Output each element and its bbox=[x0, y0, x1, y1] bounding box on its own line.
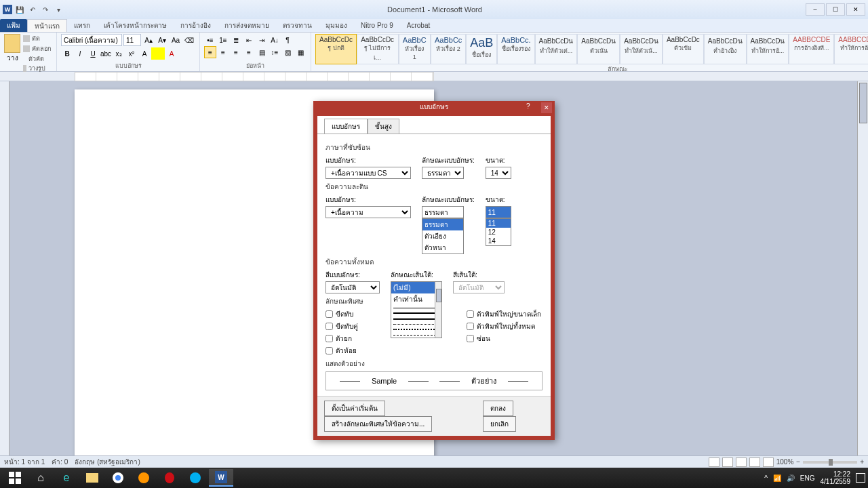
shading-button[interactable]: ▨ bbox=[281, 46, 294, 58]
subscript-button[interactable]: x₂ bbox=[113, 47, 125, 60]
font-name-combo[interactable] bbox=[61, 34, 122, 46]
check-smallcaps[interactable]: ตัวพิมพ์ใหญ่ขนาดเล็ก bbox=[467, 309, 541, 319]
tray-network-icon[interactable]: 📶 bbox=[773, 474, 781, 482]
text-effects-button[interactable]: สร้างลักษณะพิเศษให้ข้อความ... bbox=[324, 416, 432, 432]
size-opt-11[interactable]: 11 bbox=[486, 219, 511, 228]
zoom-in-button[interactable]: + bbox=[860, 458, 864, 466]
underline-opt-thick[interactable] bbox=[391, 310, 441, 316]
style-item[interactable]: AaBbCcDนตัวเน้น bbox=[577, 34, 620, 64]
style-item[interactable]: AABBCCDEการอ้างอิงที... bbox=[789, 34, 834, 64]
change-case-button[interactable]: Aa bbox=[170, 34, 182, 46]
skype-icon[interactable] bbox=[183, 469, 208, 487]
clear-format-button[interactable]: ⌫ bbox=[183, 34, 195, 46]
style-item[interactable]: AaBbCหัวเรื่อง 1 bbox=[399, 34, 431, 64]
tray-notifications-icon[interactable] bbox=[856, 473, 865, 483]
tab-acrobat[interactable]: Acrobat bbox=[400, 19, 437, 32]
underline-opt-double[interactable] bbox=[391, 316, 441, 321]
status-words[interactable]: คำ: 0 bbox=[52, 457, 68, 467]
line-spacing-button[interactable]: ↕≡ bbox=[269, 46, 281, 58]
styles-gallery[interactable]: AaBbCcDc¶ ปกติAaBbCcDc¶ ไม่มีการเ...AaBb… bbox=[315, 34, 868, 64]
align-center-button[interactable]: ≡ bbox=[217, 46, 229, 58]
distributed-button[interactable]: ▤ bbox=[256, 46, 268, 58]
zoom-out-button[interactable]: − bbox=[796, 458, 800, 466]
style-item[interactable]: AaBbCcDนทำให้ตัวเด่... bbox=[535, 34, 578, 64]
underline-opt-dotted[interactable] bbox=[391, 321, 441, 327]
cancel-button[interactable]: ยกเลิก bbox=[483, 416, 516, 432]
check-double-strike[interactable]: ขีดทับคู่ bbox=[326, 321, 358, 331]
status-language[interactable]: อังกฤษ (สหรัฐอเมริกา) bbox=[75, 457, 140, 467]
zoom-thumb[interactable] bbox=[829, 459, 833, 466]
text-effects-button[interactable]: A bbox=[138, 47, 151, 60]
check-strike[interactable]: ขีดทับ bbox=[326, 309, 358, 319]
numbering-button[interactable]: 1≡ bbox=[217, 34, 229, 46]
shrink-font-button[interactable]: A▾ bbox=[156, 34, 168, 46]
bold-button[interactable]: B bbox=[61, 47, 73, 60]
maximize-button[interactable]: ☐ bbox=[826, 3, 845, 16]
style-item[interactable]: AaBbCc.ชื่อเรื่องรอง bbox=[497, 34, 534, 64]
copy-button[interactable]: คัดลอก bbox=[23, 44, 52, 54]
tab-home[interactable]: หน้าแรก bbox=[27, 19, 67, 32]
style-item[interactable]: AaBbCcDนคำอ้างอิง bbox=[704, 34, 747, 64]
vertical-scrollbar[interactable] bbox=[857, 81, 868, 470]
ok-button[interactable]: ตกลง bbox=[483, 401, 513, 416]
dialog-close-button[interactable]: ✕ bbox=[541, 102, 552, 113]
horizontal-ruler[interactable] bbox=[75, 72, 434, 81]
grow-font-button[interactable]: A▴ bbox=[142, 34, 155, 46]
sort-button[interactable]: A↓ bbox=[269, 34, 281, 46]
underline-dropdown-list[interactable]: (ไม่มี) คำเท่านั้น bbox=[391, 281, 442, 338]
underline-opt-single[interactable] bbox=[391, 305, 441, 310]
font-color-combo[interactable]: อัตโนมัติ bbox=[326, 281, 380, 293]
style-item[interactable]: AaBชื่อเรื่อง bbox=[466, 34, 497, 64]
qat-redo-icon[interactable]: ↷ bbox=[40, 4, 51, 15]
tab-references[interactable]: การอ้างอิง bbox=[174, 19, 218, 32]
style-item[interactable]: AaBbCcDcตัวเข้ม bbox=[663, 34, 704, 64]
tray-up-icon[interactable]: ^ bbox=[764, 474, 768, 482]
view-outline[interactable] bbox=[749, 458, 760, 467]
word-taskbar-icon[interactable]: W bbox=[209, 469, 233, 487]
style-opt-regular[interactable]: ธรรมดา bbox=[422, 219, 463, 230]
tab-nitro[interactable]: Nitro Pro 9 bbox=[354, 19, 400, 32]
tray-volume-icon[interactable]: 🔊 bbox=[787, 474, 795, 482]
latin-style-list[interactable]: ธรรมดา ตัวเอียง ตัวหนา bbox=[422, 218, 464, 254]
check-subscript[interactable]: ตัวห้อย bbox=[326, 346, 358, 356]
style-item[interactable]: AaBbCcDนทำให้การอ้... bbox=[747, 34, 789, 64]
underline-opt-dotted-thick[interactable] bbox=[391, 327, 441, 332]
dialog-titlebar[interactable]: แบบอักษร ? ✕ bbox=[313, 101, 555, 116]
underline-button[interactable]: U bbox=[87, 47, 99, 60]
zoom-level[interactable]: 100% bbox=[776, 458, 794, 466]
view-print-layout[interactable] bbox=[709, 458, 719, 467]
scrollbar-thumb[interactable] bbox=[859, 83, 867, 123]
show-marks-button[interactable]: ¶ bbox=[281, 34, 294, 46]
set-default-button[interactable]: ตั้งเป็นค่าเริ่มต้น bbox=[324, 401, 385, 416]
align-right-button[interactable]: ≡ bbox=[230, 46, 242, 58]
cs-style-combo[interactable]: ธรรมดา bbox=[422, 167, 464, 179]
style-item[interactable]: AaBbCcDนทำให้ตัวเน้... bbox=[620, 34, 663, 64]
edge-icon[interactable]: e bbox=[54, 469, 79, 487]
dialog-help-button[interactable]: ? bbox=[526, 102, 537, 113]
strike-button[interactable]: abc bbox=[100, 47, 112, 60]
cs-size-combo[interactable]: 14 bbox=[486, 167, 511, 179]
view-draft[interactable] bbox=[763, 458, 774, 467]
size-opt-12[interactable]: 12 bbox=[486, 228, 511, 237]
underline-list-scrollbar[interactable] bbox=[435, 282, 441, 338]
status-page[interactable]: หน้า: 1 จาก 1 bbox=[4, 457, 45, 467]
view-web[interactable] bbox=[736, 458, 747, 467]
check-allcaps[interactable]: ตัวพิมพ์ใหญ่ทั้งหมด bbox=[467, 321, 541, 331]
dec-indent-button[interactable]: ⇤ bbox=[243, 34, 255, 46]
highlight-button[interactable] bbox=[151, 47, 165, 60]
style-item[interactable]: AABBCCDEทำให้การอ้... bbox=[834, 34, 868, 64]
cs-font-combo[interactable]: +เนื้อความแบบ CS bbox=[326, 167, 411, 179]
latin-size-input[interactable] bbox=[486, 206, 511, 218]
vertical-ruler[interactable] bbox=[0, 81, 9, 470]
qat-save-icon[interactable]: 💾 bbox=[14, 4, 25, 15]
task-view-button[interactable]: ⌂ bbox=[28, 469, 53, 487]
qat-undo-icon[interactable]: ↶ bbox=[27, 4, 38, 15]
start-button[interactable] bbox=[3, 469, 27, 487]
cut-button[interactable]: ตัด bbox=[23, 34, 52, 43]
font-size-combo[interactable] bbox=[123, 34, 141, 46]
underline-opt-dashed[interactable] bbox=[391, 332, 441, 338]
align-left-button[interactable]: ≡ bbox=[204, 46, 216, 58]
dialog-tab-advanced[interactable]: ขั้นสูง bbox=[368, 119, 399, 134]
align-justify-button[interactable]: ≡ bbox=[243, 46, 255, 58]
qat-customize-icon[interactable]: ▾ bbox=[53, 4, 64, 15]
